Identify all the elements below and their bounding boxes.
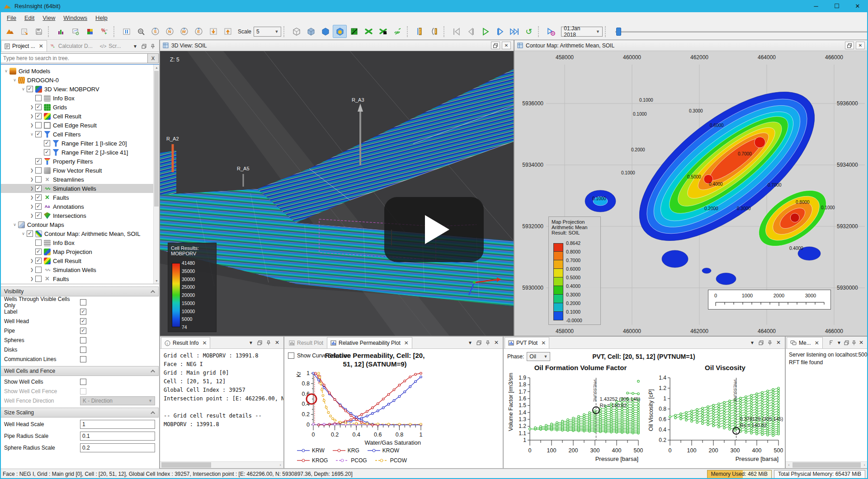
mesh-only-button[interactable] bbox=[289, 25, 303, 38]
tab-result-info[interactable]: i Result Info✕ bbox=[161, 337, 210, 348]
tree-expander-icon[interactable]: ∨ bbox=[11, 222, 18, 227]
tree-item[interactable]: ∨Cell Filters bbox=[0, 130, 153, 139]
tree-expander-icon[interactable]: ❯ bbox=[28, 123, 35, 127]
video-play-overlay[interactable] bbox=[384, 197, 484, 262]
scrollbar-thumb[interactable] bbox=[154, 71, 159, 207]
tree-expander-icon[interactable]: ❯ bbox=[28, 168, 35, 173]
pin-icon[interactable] bbox=[266, 340, 271, 345]
tab-messages[interactable]: Me...✕ bbox=[787, 337, 823, 348]
menu-edit[interactable]: Edit bbox=[20, 13, 38, 23]
tree-item[interactable]: ❯Cell Result bbox=[0, 256, 153, 265]
close-tab-icon[interactable]: ✕ bbox=[404, 340, 409, 346]
pin-icon[interactable] bbox=[852, 340, 856, 345]
property-checkbox[interactable] bbox=[80, 356, 86, 362]
timestep-combobox[interactable]: 01.Jan 2018▼ bbox=[561, 27, 603, 37]
show-faults-button[interactable] bbox=[362, 25, 376, 38]
close-panel-icon[interactable]: ✕ bbox=[776, 339, 781, 346]
property-input[interactable]: 1 bbox=[80, 420, 155, 429]
tree-item-checkbox[interactable] bbox=[35, 249, 42, 255]
restore-window-button[interactable] bbox=[845, 42, 854, 49]
tree-expander-icon[interactable]: ❯ bbox=[28, 177, 35, 182]
tab-menu-icon[interactable]: ▼ bbox=[468, 340, 472, 345]
tree-expander-icon[interactable]: ❯ bbox=[28, 268, 35, 272]
menu-file[interactable]: File bbox=[3, 13, 20, 23]
tab-result-plot[interactable]: Result Plot bbox=[285, 337, 327, 348]
skip-to-end-button[interactable] bbox=[507, 25, 521, 38]
minimize-button[interactable]: ─ bbox=[806, 0, 826, 12]
tree-expander-icon[interactable]: ∨ bbox=[3, 69, 9, 73]
tree-item-checkbox[interactable] bbox=[35, 131, 42, 137]
tree-expander-icon[interactable]: ❯ bbox=[28, 195, 35, 200]
section-header[interactable]: Size Scaling bbox=[0, 408, 159, 418]
faults-surface-button[interactable] bbox=[333, 25, 347, 38]
tab-menu-icon[interactable]: ▼ bbox=[750, 340, 755, 345]
maximize-button[interactable]: ☐ bbox=[826, 0, 847, 12]
scroll-down-icon[interactable]: ▼ bbox=[154, 278, 159, 284]
tree-expander-icon[interactable]: ❯ bbox=[28, 186, 35, 191]
scale-combobox[interactable]: 5▼ bbox=[254, 27, 281, 37]
tree-item[interactable]: Property Filters bbox=[0, 157, 153, 166]
tree-item-checkbox[interactable] bbox=[44, 140, 50, 146]
tree-item-checkbox[interactable] bbox=[35, 158, 42, 164]
scroll-up-icon[interactable]: ▲ bbox=[154, 65, 159, 70]
step-back-button[interactable] bbox=[464, 25, 478, 38]
tree-item[interactable]: Map Projection bbox=[0, 247, 153, 256]
show-curve-selection-checkbox[interactable] bbox=[288, 352, 294, 359]
tree-search-input[interactable] bbox=[0, 53, 148, 63]
property-checkbox[interactable] bbox=[80, 318, 86, 324]
tree-item[interactable]: ❯Simulation Wells bbox=[0, 265, 153, 274]
tree-item[interactable]: Info Box bbox=[0, 238, 153, 247]
tree-item-checkbox[interactable] bbox=[44, 149, 50, 155]
tab-relative-permeability-plot[interactable]: Relative Permeability Plot✕ bbox=[327, 337, 412, 348]
tree-item[interactable]: Info Box bbox=[0, 94, 153, 103]
legend-item-krg[interactable]: KRG bbox=[333, 447, 359, 454]
tree-scrollbar[interactable]: ▲ ▼ bbox=[153, 65, 159, 284]
tree-item-checkbox[interactable] bbox=[35, 194, 42, 201]
tree-item[interactable]: Range Filter 2 [J-slice 41] bbox=[0, 148, 153, 157]
close-panel-icon[interactable]: ✕ bbox=[275, 339, 279, 346]
search-clear-button[interactable]: X bbox=[148, 53, 159, 63]
close-window-button[interactable]: ✕ bbox=[502, 42, 511, 49]
close-panel-icon[interactable]: ✕ bbox=[859, 339, 863, 346]
tree-item[interactable]: ❯Faults bbox=[0, 274, 153, 283]
plot-window-button[interactable] bbox=[68, 25, 82, 38]
float-panel-icon[interactable] bbox=[476, 340, 481, 345]
legend-item-pcow[interactable]: PCOW bbox=[375, 457, 407, 464]
contour-viewport[interactable]: 0.10000.10000.30000.60000.20000.70000.10… bbox=[514, 51, 868, 336]
tree-expander-icon[interactable]: ∨ bbox=[28, 132, 35, 136]
tree-item[interactable]: ❯Flow Vector Result bbox=[0, 166, 153, 175]
tree-item[interactable]: ∨DROGON-0 bbox=[0, 75, 153, 85]
tab-scripts[interactable]: </> Scr... bbox=[96, 40, 125, 52]
view-north-button[interactable]: N bbox=[163, 25, 177, 38]
pin-icon[interactable] bbox=[151, 44, 155, 49]
scroll-left-icon[interactable]: ‹ bbox=[786, 462, 792, 468]
collapse-chevron-icon[interactable] bbox=[151, 369, 155, 374]
open-project-button[interactable] bbox=[3, 25, 17, 38]
scroll-right-icon[interactable]: › bbox=[277, 462, 283, 468]
menu-windows[interactable]: Windows bbox=[59, 13, 91, 23]
menu-view[interactable]: View bbox=[38, 13, 59, 23]
phase-combobox[interactable]: Oil▼ bbox=[527, 352, 550, 361]
skip-to-start-button[interactable] bbox=[449, 25, 463, 38]
play-button[interactable] bbox=[478, 25, 492, 38]
tree-item[interactable]: ❯Grids bbox=[0, 103, 153, 112]
section-header[interactable]: Well Cells and Fence bbox=[0, 366, 159, 376]
property-checkbox[interactable] bbox=[80, 347, 86, 353]
pin-icon[interactable] bbox=[486, 340, 490, 345]
tree-item-checkbox[interactable] bbox=[35, 122, 42, 128]
split-view-button[interactable] bbox=[119, 25, 133, 38]
tree-item-checkbox[interactable] bbox=[35, 276, 42, 282]
faults-label-button[interactable] bbox=[376, 25, 390, 38]
close-tab-icon[interactable]: ✕ bbox=[815, 340, 819, 346]
curve-measure-button[interactable] bbox=[427, 25, 441, 38]
tree-item[interactable]: ∨3D View: MOBPORV bbox=[0, 85, 153, 94]
close-button[interactable]: ✕ bbox=[847, 0, 868, 12]
tab-calculator[interactable]: %+ Calculator D... bbox=[47, 40, 96, 52]
close-window-button[interactable]: ✕ bbox=[856, 42, 865, 49]
surface-only-button[interactable] bbox=[318, 25, 332, 38]
close-tab-icon[interactable]: ✕ bbox=[39, 43, 43, 49]
property-checkbox[interactable] bbox=[80, 379, 86, 385]
tree-expander-icon[interactable]: ∨ bbox=[11, 78, 18, 82]
timestep-slider[interactable] bbox=[615, 27, 868, 36]
float-panel-icon[interactable] bbox=[257, 340, 262, 345]
